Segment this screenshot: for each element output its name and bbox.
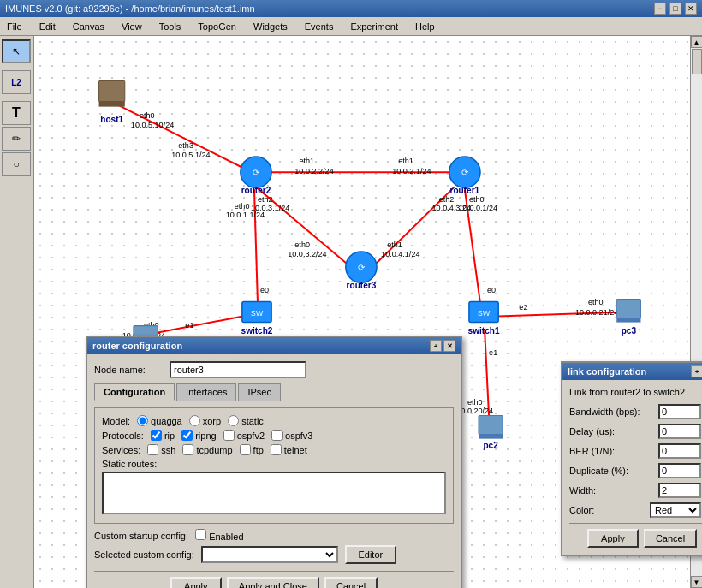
color-select[interactable]: Red Blue Green Black <box>650 502 701 518</box>
model-quagga-radio[interactable] <box>137 415 148 426</box>
model-label: Model: <box>102 416 130 426</box>
svg-text:router2: router2 <box>241 186 271 195</box>
service-ftp-check[interactable] <box>240 444 251 455</box>
scroll-down-btn[interactable]: ▼ <box>691 576 703 588</box>
menu-experiment[interactable]: Experiment <box>347 21 402 33</box>
static-routes-textarea[interactable] <box>102 472 446 514</box>
draw-tool[interactable]: ✏ <box>2 127 31 151</box>
protocol-ripng-check[interactable] <box>181 430 193 441</box>
link-config-title-bar[interactable]: link configuration + ✕ <box>562 363 702 380</box>
text-tool[interactable]: T <box>2 101 31 125</box>
link-config-min-btn[interactable]: + <box>691 365 702 377</box>
menu-help[interactable]: Help <box>412 21 438 33</box>
bandwidth-row: Bandwidth (bps): ▲ ▼ <box>569 404 702 419</box>
svg-rect-61 <box>479 415 503 434</box>
tab-interfaces[interactable]: Interfaces <box>176 383 236 401</box>
svg-text:⟳: ⟳ <box>461 168 469 177</box>
shape-tool[interactable]: ○ <box>2 152 31 176</box>
duplicate-input[interactable] <box>658 463 701 478</box>
svg-text:⟳: ⟳ <box>253 168 260 177</box>
menu-file[interactable]: File <box>3 21 26 33</box>
protocol-ospfv2-label[interactable]: ospfv2 <box>223 430 265 441</box>
apply-button[interactable]: Apply <box>170 577 222 588</box>
width-label: Width: <box>569 485 655 496</box>
svg-text:pc2: pc2 <box>483 441 498 450</box>
link-apply-button[interactable]: Apply <box>587 529 639 548</box>
scroll-up-btn[interactable]: ▲ <box>691 36 703 48</box>
menu-topogen[interactable]: TopoGen <box>194 21 240 33</box>
service-tcpdump-check[interactable] <box>182 444 193 455</box>
menu-widgets[interactable]: Widgets <box>250 21 291 33</box>
menu-view[interactable]: View <box>118 21 146 33</box>
cancel-button[interactable]: Cancel <box>324 577 378 588</box>
link-tool[interactable]: L2 <box>2 70 31 94</box>
editor-button[interactable]: Editor <box>345 545 396 564</box>
node-name-row: Node name: <box>94 361 454 378</box>
title-bar-controls: − □ ✕ <box>654 3 697 15</box>
menu-tools[interactable]: Tools <box>156 21 185 33</box>
svg-text:router1: router1 <box>450 186 480 195</box>
duplicate-row: Duplicate (%): ▲ ▼ <box>569 463 702 478</box>
window-title: IMUNES v2.0 (git: a92296e) - /home/brian… <box>5 3 255 14</box>
select-tool[interactable]: ↖ <box>2 39 31 63</box>
custom-startup-enabled-check[interactable] <box>195 529 206 540</box>
static-routes-label: Static routes: <box>102 459 446 469</box>
node-name-input[interactable] <box>170 361 306 378</box>
svg-text:eth1: eth1 <box>299 157 314 165</box>
width-input[interactable] <box>658 483 701 498</box>
delay-input[interactable] <box>658 424 701 439</box>
selected-config-select[interactable] <box>201 546 338 563</box>
menu-edit[interactable]: Edit <box>36 21 59 33</box>
router-config-min-btn[interactable]: + <box>430 340 442 352</box>
protocol-rip-check[interactable] <box>151 430 162 441</box>
canvas-area[interactable]: eth0 10.0.5.10/24 eth3 10.0.5.1/24 eth1 … <box>34 36 702 588</box>
link-config-body: Link from router2 to switch2 Bandwidth (… <box>562 380 702 555</box>
model-static-radio[interactable] <box>228 415 239 426</box>
router-config-title-bar[interactable]: router configuration + ✕ <box>87 337 461 354</box>
protocol-ospfv3-label[interactable]: ospfv3 <box>271 430 312 441</box>
router-config-close-btn[interactable]: ✕ <box>443 340 455 352</box>
service-ftp-label[interactable]: ftp <box>240 444 264 455</box>
svg-text:eth2: eth2 <box>258 195 273 204</box>
link-config-title-btns: + ✕ <box>691 365 702 377</box>
protocol-ripng-label[interactable]: ripng <box>181 430 216 441</box>
service-ssh-label[interactable]: ssh <box>147 444 176 455</box>
svg-text:eth0: eth0 <box>467 398 483 407</box>
bandwidth-input[interactable] <box>658 404 701 419</box>
svg-rect-62 <box>479 435 503 439</box>
ber-input[interactable] <box>658 443 701 459</box>
toolbar: ↖ L2 T ✏ ○ <box>0 36 34 588</box>
menu-canvas[interactable]: Canvas <box>69 21 108 33</box>
service-tcpdump-label[interactable]: tcpdump <box>182 444 232 455</box>
model-static-label[interactable]: static <box>228 415 264 426</box>
scroll-thumb[interactable] <box>692 49 702 74</box>
tab-ipsec[interactable]: IPsec <box>238 383 281 401</box>
service-ssh-check[interactable] <box>147 444 158 455</box>
svg-text:eth2: eth2 <box>439 195 455 204</box>
svg-text:pc3: pc3 <box>622 326 637 336</box>
router-config-dialog: router configuration + ✕ Node name: Conf… <box>86 336 462 588</box>
router-config-body: Node name: Configuration Interfaces IPse… <box>87 354 461 588</box>
protocol-rip-label[interactable]: rip <box>151 430 175 441</box>
model-xorp-radio[interactable] <box>189 415 200 426</box>
color-label: Color: <box>569 505 646 515</box>
custom-startup-enabled-label[interactable]: Enabled <box>195 529 243 542</box>
tab-configuration[interactable]: Configuration <box>94 383 175 401</box>
services-row: Services: ssh tcpdump ftp <box>102 444 446 455</box>
svg-text:eth3: eth3 <box>178 141 193 150</box>
service-telnet-check[interactable] <box>271 444 282 455</box>
protocol-ospfv3-check[interactable] <box>271 430 283 441</box>
menu-events[interactable]: Events <box>301 21 337 33</box>
minimize-button[interactable]: − <box>654 3 666 15</box>
link-cancel-button[interactable]: Cancel <box>644 529 697 548</box>
protocol-ospfv2-check[interactable] <box>223 430 235 441</box>
svg-text:e2: e2 <box>519 303 527 312</box>
model-xorp-label[interactable]: xorp <box>189 415 221 426</box>
close-button[interactable]: ✕ <box>685 3 697 15</box>
model-quagga-label[interactable]: quagga <box>137 415 182 426</box>
svg-text:switch1: switch1 <box>468 326 500 336</box>
maximize-button[interactable]: □ <box>669 3 681 15</box>
service-telnet-label[interactable]: telnet <box>271 444 307 455</box>
svg-text:10.0.2.1/24: 10.0.2.1/24 <box>392 167 431 175</box>
apply-close-button[interactable]: Apply and Close <box>227 577 319 588</box>
